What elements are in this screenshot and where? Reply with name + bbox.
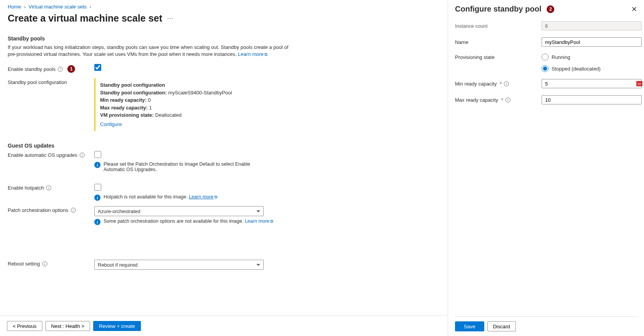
breadcrumb-home[interactable]: Home xyxy=(8,4,21,10)
configure-standby-panel: Configure standby pool 2 ✕ Instance coun… xyxy=(448,0,644,336)
info-icon[interactable] xyxy=(42,261,47,266)
wizard-footer: < Previous Next : Health > Review + crea… xyxy=(0,316,448,336)
discard-button[interactable]: Discard xyxy=(487,321,516,331)
save-button[interactable]: Save xyxy=(455,321,484,331)
external-link-icon: ⧉ xyxy=(264,52,268,57)
page-title: Create a virtual machine scale set xyxy=(8,13,162,24)
standby-config-card: Standby pool configuration Standby pool … xyxy=(94,78,296,131)
enable-standby-label: Enable standby pools xyxy=(8,66,55,72)
patch-options-learn-more-link[interactable]: Learn more xyxy=(245,218,269,224)
pool-name-label: Name xyxy=(455,39,468,45)
provisioning-state-label: Provisioning state xyxy=(455,54,495,60)
breadcrumb-scalesets[interactable]: Virtual machine scale sets xyxy=(28,4,87,10)
max-ready-label: Max ready capacity xyxy=(455,97,498,103)
instance-count-input xyxy=(542,21,642,30)
close-icon[interactable]: ✕ xyxy=(631,5,637,13)
external-link-icon: ⧉ xyxy=(270,219,273,223)
auto-upgrades-label: Enable automatic OS upgrades xyxy=(8,152,77,158)
hotpatch-learn-more-link[interactable]: Learn more xyxy=(189,194,214,200)
instance-count-label: Instance count xyxy=(455,23,488,29)
patch-options-label: Patch orchestration options xyxy=(8,207,69,213)
info-solid-icon xyxy=(94,162,100,168)
panel-title: Configure standby pool xyxy=(455,5,541,13)
info-icon[interactable] xyxy=(58,67,63,72)
hotpatch-checkbox[interactable] xyxy=(94,184,101,191)
chevron-right-icon: › xyxy=(24,4,25,10)
radio-stopped[interactable]: Stopped (deallocated) xyxy=(542,65,637,72)
breadcrumb: Home › Virtual machine scale sets › xyxy=(8,4,440,12)
callout-badge-1: 1 xyxy=(67,65,75,73)
radio-running[interactable]: Running xyxy=(542,54,637,60)
auto-upgrades-checkbox[interactable] xyxy=(94,151,101,158)
input-tag-icon: ••• xyxy=(636,81,642,86)
reboot-label: Reboot setting xyxy=(8,261,40,267)
hotpatch-info-text: Hotpatch is not available for this image… xyxy=(104,194,217,200)
patch-options-info-text: Some patch orchestration options are not… xyxy=(104,218,273,224)
auto-upgrades-info-text: Please set the Patch Orchestration to Im… xyxy=(104,161,264,172)
pool-name-input[interactable] xyxy=(542,37,642,47)
info-solid-icon xyxy=(94,219,100,225)
info-icon[interactable] xyxy=(71,208,76,213)
previous-button[interactable]: < Previous xyxy=(7,321,42,331)
reboot-select[interactable]: Reboot if required xyxy=(94,260,264,270)
configure-standby-link[interactable]: Configure xyxy=(100,121,122,128)
info-solid-icon xyxy=(94,195,100,201)
min-ready-label: Min ready capacity xyxy=(455,81,497,87)
info-icon[interactable] xyxy=(46,185,51,190)
standby-learn-more-link[interactable]: Learn more⧉ xyxy=(238,51,267,57)
chevron-down-icon xyxy=(256,264,260,266)
callout-badge-2: 2 xyxy=(547,5,554,13)
standby-pools-heading: Standby pools xyxy=(8,35,296,42)
review-create-button[interactable]: Review + create xyxy=(93,321,141,331)
standby-pools-desc: If your workload has long initialization… xyxy=(8,44,296,58)
more-actions-icon[interactable]: ⋯ xyxy=(167,15,173,22)
max-ready-input[interactable] xyxy=(542,95,642,104)
hotpatch-label: Enable hotpatch xyxy=(8,185,44,191)
info-icon[interactable] xyxy=(80,153,85,158)
info-icon[interactable] xyxy=(504,81,509,86)
standby-config-label: Standby pool configuration xyxy=(8,79,67,85)
enable-standby-checkbox[interactable] xyxy=(94,64,101,71)
external-link-icon: ⧉ xyxy=(214,195,217,199)
chevron-right-icon: › xyxy=(90,4,91,10)
min-ready-input[interactable] xyxy=(542,79,642,88)
next-button[interactable]: Next : Health > xyxy=(45,321,90,331)
guest-os-heading: Guest OS updates xyxy=(8,143,296,149)
patch-options-select[interactable]: Azure-orchestrated xyxy=(94,206,264,216)
info-icon[interactable] xyxy=(505,97,510,102)
chevron-down-icon xyxy=(256,210,260,212)
